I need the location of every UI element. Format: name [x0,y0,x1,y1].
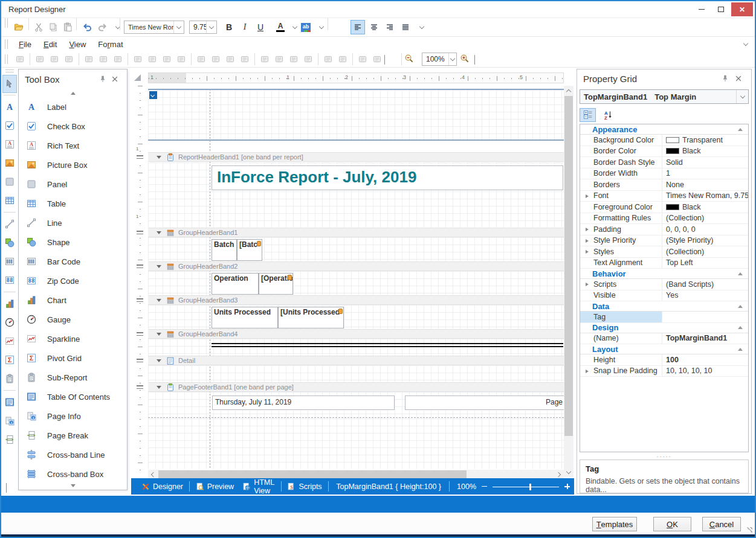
toolbox-item-rich-text[interactable]: A Rich Text [19,136,127,155]
toolbar-grip[interactable] [5,18,8,28]
strip-tool-chart[interactable] [2,295,17,312]
property-value[interactable]: Top Left [662,258,748,269]
property-value[interactable]: Black [662,146,748,157]
band-drag-handle[interactable] [137,231,143,234]
scroll-down-button[interactable] [564,467,573,477]
property-category-layout[interactable]: Layout [580,344,748,354]
toolbox-item-cross-band-line[interactable]: Cross-band Line [19,445,127,464]
zoom-combo[interactable]: 100% [422,53,457,66]
collapse-caret-icon[interactable] [157,299,161,302]
layout-tool-button[interactable] [223,54,237,64]
ruler-corner-button[interactable] [134,74,141,81]
property-row-foreground-color[interactable]: Foreground Color Black [580,202,748,213]
object-selector-combo[interactable]: TopMarginBand1 Top Margin [580,89,749,104]
horizontal-scroll-thumb[interactable] [158,470,467,478]
layout-tool-button[interactable] [257,54,272,64]
vertical-scroll-thumb[interactable] [564,96,573,436]
collapse-caret-icon[interactable] [157,265,161,268]
strip-tool-checkbox[interactable] [2,117,17,134]
property-value[interactable]: 1 [662,168,748,179]
collapse-caret-icon[interactable] [157,386,161,389]
toolbox-close-button[interactable] [109,75,121,83]
resize-grip[interactable] [746,527,752,533]
toolbox-item-panel[interactable]: Panel [19,175,127,194]
toolbox-item-picture-box[interactable]: Picture Box [19,155,127,175]
property-grid-close-button[interactable] [732,75,745,82]
property-row-font[interactable]: Font Times New Roman, 9.75pt [580,191,748,202]
band-drag-handle[interactable] [137,332,143,336]
band-drag-handle[interactable] [137,155,143,159]
tab-designer[interactable]: Designer [137,478,187,495]
highlight-dropdown[interactable] [314,18,329,36]
expand-arrow-icon[interactable] [586,194,589,198]
layout-tool-button[interactable] [286,54,301,64]
zoom-slider-plus[interactable] [564,484,570,489]
toolbox-item-sparkline[interactable]: Sparkline [19,329,127,348]
property-row-background-color[interactable]: Background Color Transparent [580,135,748,146]
property-value[interactable] [662,312,748,322]
toolbox-item-gauge[interactable]: Gauge [19,310,127,329]
layout-tool-button[interactable] [355,54,370,64]
layout-tool-button[interactable] [13,54,27,64]
property-row-padding[interactable]: Padding 0, 0, 0, 0 [580,224,748,235]
pin-button[interactable] [719,74,732,83]
expand-arrow-icon[interactable] [586,250,589,254]
layout-dropdown[interactable] [384,55,399,64]
menu-item-file[interactable]: File [13,38,37,51]
property-row-scripts[interactable]: Scripts (Band Scripts) [580,279,748,290]
align-right-button[interactable] [383,20,397,34]
font-name-combo[interactable]: Times New Roman [124,21,184,34]
toolbox-item-label[interactable]: A Label [19,97,127,117]
expand-arrow-icon[interactable] [586,283,589,286]
close-button[interactable]: ✕ [731,2,753,16]
bold-button[interactable]: B [222,18,236,36]
underline-button[interactable]: U [254,18,267,36]
font-color-button[interactable]: A [273,18,288,36]
toolbox-item-sub-report[interactable]: Sub-Report [19,368,127,387]
layout-tool-button[interactable] [237,54,252,64]
expand-arrow-icon[interactable] [586,228,589,231]
collapse-caret-icon[interactable] [157,156,161,159]
font-size-combo[interactable]: 9.75 [189,21,217,34]
tab-scripts[interactable]: S Scripts [283,478,326,495]
layout-tool-button[interactable] [47,54,62,64]
property-value[interactable]: 100 [662,354,748,365]
operation-field[interactable]: [Operatio [259,273,293,295]
property-value[interactable]: Transparent [662,135,748,146]
strip-tool-panel[interactable] [2,173,17,190]
strip-tool-richtext[interactable]: A [2,136,17,153]
footer-page-label[interactable]: Page [405,395,564,410]
units-processed-field[interactable]: [Units Processed [278,307,344,328]
property-row-text-alignment[interactable]: Text Alignment Top Left [580,258,748,269]
strip-tool-label[interactable]: A [2,98,17,115]
toolbox-item-pivot-grid[interactable]: Σ Pivot Grid [19,348,127,368]
toolbox-scroll-up[interactable] [19,89,127,97]
menubar-overflow-chevron[interactable] [743,40,748,45]
property-row-snap-line-padding[interactable]: Snap Line Padding 10, 10, 10, 10 [580,366,748,377]
property-value[interactable]: (Collection) [662,213,748,224]
toolbar-grip[interactable] [5,54,8,64]
toolbox-scroll-down[interactable] [19,484,127,487]
property-value[interactable]: 10, 10, 10, 10 [662,366,748,377]
collapse-arrow-icon[interactable] [738,348,743,351]
strip-tool-line[interactable] [2,216,17,232]
strip-expand-button[interactable] [6,483,8,492]
property-category-data[interactable]: Data [580,301,748,312]
collapse-arrow-icon[interactable] [738,326,743,329]
toolbox-item-page-break[interactable]: Page Break [19,426,127,445]
menubar-grip[interactable] [5,39,8,49]
paste-button[interactable] [60,18,75,36]
band-header-pagefooter[interactable]: PageFooterBand1 [one band per page] [148,382,564,392]
band-drag-handle[interactable] [137,359,143,362]
strip-tool-pivotgrid[interactable]: Σ [2,351,17,368]
strip-tool-pagebreak[interactable] [2,431,17,448]
scroll-left-button[interactable] [148,470,158,479]
layout-tool-button[interactable] [82,54,96,64]
layout-tool-button[interactable] [111,54,125,64]
property-row-border-color[interactable]: Border Color Black [580,146,748,158]
strip-tool-zipcode[interactable]: 88 [2,272,17,289]
menu-item-view[interactable]: View [63,38,92,51]
layout-tool-button[interactable] [33,54,47,64]
layout-tool-button[interactable] [208,54,223,64]
vertical-scrollbar[interactable] [564,86,573,477]
